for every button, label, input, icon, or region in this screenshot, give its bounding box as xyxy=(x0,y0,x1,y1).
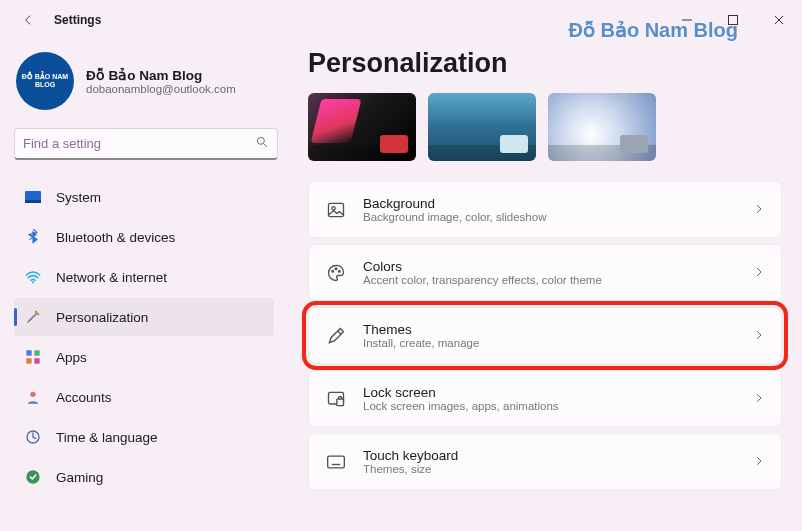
page-title: Personalization xyxy=(308,48,782,79)
lock-screen-icon xyxy=(325,388,347,410)
search-icon xyxy=(255,135,269,153)
sidebar-item-apps[interactable]: Apps xyxy=(14,338,274,376)
paintbrush-icon xyxy=(24,308,42,326)
svg-point-15 xyxy=(332,206,335,209)
card-sub: Install, create, manage xyxy=(363,337,479,349)
svg-rect-8 xyxy=(34,350,39,355)
svg-point-6 xyxy=(32,281,34,283)
picture-icon xyxy=(325,199,347,221)
sidebar-item-label: Personalization xyxy=(56,310,148,325)
chevron-right-icon xyxy=(753,264,765,282)
nav-list: System Bluetooth & devices Network & int… xyxy=(14,178,278,531)
svg-rect-14 xyxy=(329,203,344,216)
card-title: Touch keyboard xyxy=(363,448,458,463)
svg-rect-21 xyxy=(328,456,345,468)
search-box[interactable] xyxy=(14,128,278,160)
card-title: Lock screen xyxy=(363,385,559,400)
palette-icon xyxy=(325,262,347,284)
sidebar-item-label: Bluetooth & devices xyxy=(56,230,175,245)
wifi-icon xyxy=(24,268,42,286)
card-title: Colors xyxy=(363,259,602,274)
theme-preview-3[interactable] xyxy=(548,93,656,161)
card-sub: Themes, size xyxy=(363,463,458,475)
card-sub: Lock screen images, apps, animations xyxy=(363,400,559,412)
svg-point-11 xyxy=(30,392,35,397)
card-sub: Accent color, transparency effects, colo… xyxy=(363,274,602,286)
svg-rect-5 xyxy=(25,200,41,203)
search-input[interactable] xyxy=(23,136,255,151)
sidebar-item-label: Network & internet xyxy=(56,270,167,285)
svg-point-18 xyxy=(339,270,341,272)
card-colors[interactable]: Colors Accent color, transparency effect… xyxy=(308,244,782,301)
sidebar: ĐỖ BẢO NAM BLOG Đỗ Bảo Nam Blog dobaonam… xyxy=(0,40,286,531)
sidebar-item-label: Gaming xyxy=(56,470,103,485)
back-button[interactable] xyxy=(14,6,42,34)
sidebar-item-gaming[interactable]: Gaming xyxy=(14,458,274,496)
chevron-right-icon xyxy=(753,390,765,408)
svg-rect-10 xyxy=(34,358,39,363)
close-button[interactable] xyxy=(756,0,802,40)
svg-point-2 xyxy=(257,137,264,144)
accounts-icon xyxy=(24,388,42,406)
chevron-right-icon xyxy=(753,327,765,345)
svg-rect-9 xyxy=(26,358,31,363)
sidebar-item-bluetooth[interactable]: Bluetooth & devices xyxy=(14,218,274,256)
watermark-text: Đỗ Bảo Nam Blog xyxy=(568,18,738,42)
svg-rect-7 xyxy=(26,350,31,355)
chevron-right-icon xyxy=(753,453,765,471)
apps-icon xyxy=(24,348,42,366)
card-background[interactable]: Background Background image, color, slid… xyxy=(308,181,782,238)
main-panel: Personalization Background Background im… xyxy=(286,40,802,531)
sidebar-item-label: Time & language xyxy=(56,430,158,445)
system-icon xyxy=(24,188,42,206)
theme-previews xyxy=(308,93,782,161)
card-themes[interactable]: Themes Install, create, manage xyxy=(308,307,782,364)
sidebar-item-label: System xyxy=(56,190,101,205)
svg-point-16 xyxy=(332,270,334,272)
svg-rect-20 xyxy=(337,399,344,406)
theme-preview-1[interactable] xyxy=(308,93,416,161)
profile-name: Đỗ Bảo Nam Blog xyxy=(86,67,236,83)
sidebar-item-network[interactable]: Network & internet xyxy=(14,258,274,296)
svg-line-3 xyxy=(264,143,267,146)
card-touch-keyboard[interactable]: Touch keyboard Themes, size xyxy=(308,433,782,490)
card-title: Themes xyxy=(363,322,479,337)
bluetooth-icon xyxy=(24,228,42,246)
sidebar-item-accounts[interactable]: Accounts xyxy=(14,378,274,416)
sidebar-item-label: Accounts xyxy=(56,390,112,405)
svg-point-13 xyxy=(26,470,39,483)
window-title: Settings xyxy=(54,13,101,27)
theme-preview-2[interactable] xyxy=(428,93,536,161)
avatar: ĐỖ BẢO NAM BLOG xyxy=(16,52,74,110)
clock-globe-icon xyxy=(24,428,42,446)
sidebar-item-label: Apps xyxy=(56,350,87,365)
svg-point-17 xyxy=(335,268,337,270)
sidebar-item-system[interactable]: System xyxy=(14,178,274,216)
pen-icon xyxy=(325,325,347,347)
sidebar-item-personalization[interactable]: Personalization xyxy=(14,298,274,336)
card-lock-screen[interactable]: Lock screen Lock screen images, apps, an… xyxy=(308,370,782,427)
keyboard-icon xyxy=(325,451,347,473)
profile-email: dobaonamblog@outlook.com xyxy=(86,83,236,95)
profile-block[interactable]: ĐỖ BẢO NAM BLOG Đỗ Bảo Nam Blog dobaonam… xyxy=(14,46,278,128)
gaming-icon xyxy=(24,468,42,486)
card-sub: Background image, color, slideshow xyxy=(363,211,546,223)
chevron-right-icon xyxy=(753,201,765,219)
sidebar-item-time-language[interactable]: Time & language xyxy=(14,418,274,456)
card-title: Background xyxy=(363,196,546,211)
